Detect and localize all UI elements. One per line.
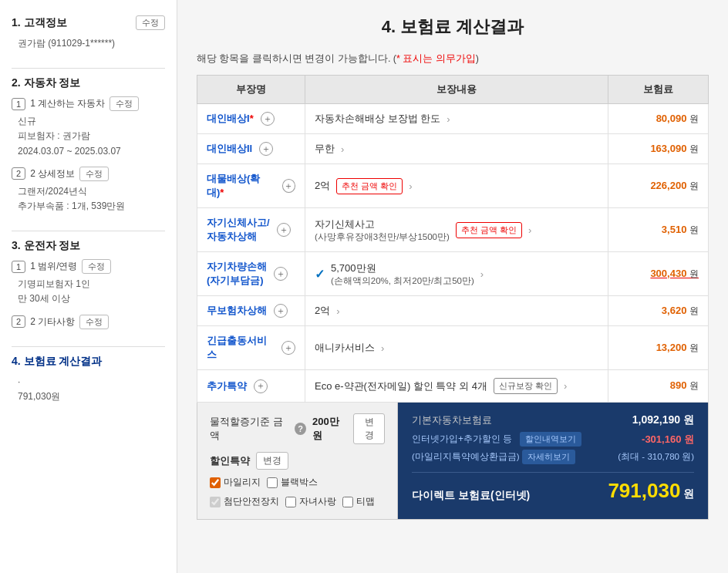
mileage-label-text: (마일리지특약예상환급금) (412, 452, 520, 461)
coverage-name-1: 대인배상II (207, 142, 252, 156)
base-premium-row: 기본자동차보험료 1,092,190 원 (412, 413, 694, 427)
coverage-name-4: 자기차량손해(자기부담금) (207, 260, 267, 288)
checkbox-mileage[interactable]: 마일리지 (210, 476, 261, 489)
plus-icon-7[interactable]: ＋ (254, 379, 268, 393)
col-header-price: 보험료 (608, 76, 709, 104)
coverage-name-7: 추가특약 (207, 379, 247, 393)
mileage-detail-label: (마일리지특약예상환급금) 자세히보기 (412, 450, 575, 464)
total-unit: 원 (683, 487, 694, 500)
table-row[interactable]: 긴급출동서비스 ＋ 애니카서비스 ›13,200 원 (197, 326, 709, 370)
checkbox-child-input[interactable] (285, 497, 296, 507)
table-row[interactable]: 대인배상II ＋ 무한 ›163,090 원 (197, 134, 709, 164)
content-sub-3: (사망후유장애3천만/부상1500만) (315, 231, 450, 243)
table-row[interactable]: 대물배상(확대)* ＋ 2억 추천 금액 확인›226,200 원 (197, 164, 709, 208)
plus-icon-2[interactable]: ＋ (282, 179, 295, 193)
badge-7[interactable]: 신규보장 확인 (494, 378, 558, 394)
content-main-4: 5,700만원 (331, 261, 474, 275)
page-title: 4. 보험료 계산결과 (197, 15, 709, 39)
bottom-panel: 물적할증기준 금액 ? 200만원 변경 할인특약 변경 마일리지 블랙박스 (197, 403, 709, 520)
sidebar-customer-name: 권가람 (911029-1******) (18, 36, 165, 51)
sidebar-title-2: 2. 자동차 정보 (12, 76, 80, 90)
sidebar-section-car: 2. 자동차 정보 1 1 계산하는 자동차 수정 신규 피보험자 : 권가람 … (12, 76, 165, 214)
coverage-name-5: 무보험차상해 (207, 304, 267, 318)
checkbox-mileage-label: 마일리지 (224, 476, 261, 489)
base-premium-label: 기본자동차보험료 (412, 413, 492, 427)
plus-icon-5[interactable]: ＋ (274, 304, 288, 318)
sidebar-edit-2[interactable]: 수정 (110, 96, 139, 111)
sidebar-result-price-value: 791,030원 (18, 389, 165, 404)
sidebar-box-1: 1 (12, 98, 25, 110)
arrow-icon-1: › (341, 143, 344, 155)
total-price-value: 791,030 (608, 479, 680, 502)
discount-label: 할인특약 (210, 454, 250, 468)
plus-icon-4[interactable]: ＋ (274, 267, 288, 281)
checkbox-safety-input[interactable] (210, 497, 221, 507)
badge-3[interactable]: 추천 금액 확인 (456, 222, 522, 238)
plus-icon-6[interactable]: ＋ (281, 341, 295, 355)
table-row[interactable]: 무보험차상해 ＋ 2억 ›3,620 원 (197, 296, 709, 326)
price-cell-7: 890 원 (608, 370, 709, 403)
sidebar: 1. 고객정보 수정 권가람 (911029-1******) 2. 자동차 정… (0, 0, 177, 573)
checkbox-blackbox-label: 블랙박스 (281, 476, 318, 489)
table-row[interactable]: 대인배상I* ＋ 자동차손해배상 보장법 한도 ›80,090 원 (197, 104, 709, 134)
discount-info-label: 인터넷가입+추가할인 등 할인내역보기 (412, 432, 581, 447)
plus-icon-1[interactable]: ＋ (259, 142, 273, 156)
sidebar-car-info-0: 신규 (18, 114, 165, 129)
content-main-7: Eco e-약관(전자메일) 할인 특약 외 4개 (315, 379, 487, 393)
content-main-6: 애니카서비스 (315, 341, 375, 355)
content-main-1: 무한 (315, 142, 335, 156)
sidebar-section-customer: 1. 고객정보 수정 권가람 (911029-1******) (12, 15, 165, 51)
notice-required-mark: * 표시는 의무가입 (396, 53, 476, 64)
sidebar-edit-4[interactable]: 수정 (82, 259, 111, 274)
help-icon[interactable]: ? (295, 423, 306, 435)
content-main-5: 2억 (315, 304, 330, 318)
total-value-group: 791,030 원 (608, 479, 694, 503)
price-cell-3: 3,510 원 (608, 208, 709, 252)
checkbox-blackbox-input[interactable] (267, 477, 278, 488)
sidebar-edit-3[interactable]: 수정 (79, 167, 109, 181)
sidebar-range-info-1: 만 30세 이상 (18, 292, 165, 306)
deductible-label: 물적할증기준 금액 (210, 415, 288, 443)
sidebar-edit-5[interactable]: 수정 (79, 315, 109, 329)
total-label: 다이렉트 보험료(인터넷) (412, 489, 530, 503)
sidebar-detail-info-0: 그랜저/2024년식 (18, 184, 165, 199)
discount-change-btn[interactable]: 변경 (256, 452, 288, 470)
discount-info-label-text: 인터넷가입+추가할인 등 (412, 433, 512, 444)
table-row[interactable]: 자기신체사고/자동차상해 ＋ 자기신체사고 (사망후유장애3천만/부상1500만… (197, 208, 709, 252)
total-row: 다이렉트 보험료(인터넷) 791,030 원 (412, 472, 694, 503)
sidebar-section-result: 4. 보험료 계산결과 · 791,030원 (12, 355, 165, 404)
plus-icon-3[interactable]: ＋ (277, 223, 291, 237)
price-cell-4: 300,430 원 (608, 252, 709, 296)
checkbox-mileage-input[interactable] (210, 477, 221, 488)
mileage-detail-btn[interactable]: 자세히보기 (522, 450, 575, 464)
table-row[interactable]: 추가특약 ＋ Eco e-약관(전자메일) 할인 특약 외 4개 신규보장 확인… (197, 370, 709, 403)
bottom-left: 물적할증기준 금액 ? 200만원 변경 할인특약 변경 마일리지 블랙박스 (197, 403, 398, 519)
deductible-change-btn[interactable]: 변경 (353, 413, 385, 444)
content-main-2: 2억 (315, 179, 330, 193)
checkbox-blackbox[interactable]: 블랙박스 (267, 476, 318, 489)
base-premium-value: 1,092,190 원 (632, 413, 694, 427)
arrow-icon-5: › (336, 305, 339, 317)
checkbox-safety[interactable]: 첨단안전장치 (210, 495, 279, 508)
price-cell-5: 3,620 원 (608, 296, 709, 326)
sidebar-title-4: 4. 보험료 계산결과 (12, 355, 102, 369)
checkbox-tmap-input[interactable] (342, 497, 353, 507)
checkbox-tmap[interactable]: 티맵 (342, 495, 375, 508)
table-row[interactable]: 자기차량손해(자기부담금) ＋ ✓ 5,700만원 (손해액의20%, 최저20… (197, 252, 709, 296)
arrow-icon-3: › (528, 224, 531, 236)
checkbox-child[interactable]: 자녀사랑 (285, 495, 336, 508)
sidebar-box-3: 1 (12, 261, 25, 273)
badge-2[interactable]: 추천 금액 확인 (336, 178, 403, 194)
sidebar-calc-car-label: 1 계산하는 자동차 (30, 97, 105, 110)
sidebar-box-4: 2 (12, 315, 25, 328)
checkbox-tmap-label: 티맵 (356, 495, 375, 508)
plus-icon-0[interactable]: ＋ (261, 112, 275, 126)
sidebar-detail-info-1: 추가부속품 : 1개, 539만원 (18, 199, 165, 214)
sidebar-edit-1[interactable]: 수정 (136, 15, 165, 30)
arrow-icon-2: › (409, 180, 412, 192)
discount-detail-btn[interactable]: 할인내역보기 (520, 432, 581, 447)
sidebar-result-price-dot: · (18, 375, 165, 389)
arrow-icon-0: › (447, 113, 450, 125)
price-cell-0: 80,090 원 (608, 104, 709, 134)
checkbox-safety-label: 첨단안전장치 (224, 495, 279, 508)
